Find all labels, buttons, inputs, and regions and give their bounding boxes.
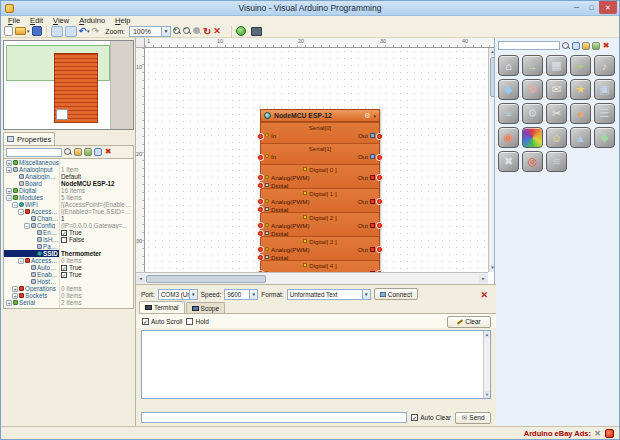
property-row-analoginput[interactable]: AnalogInput...Default [4,173,133,180]
value-checkbox[interactable]: ✓ [61,272,67,278]
toolbox-component-icon-15[interactable]: ☰ [594,103,615,124]
port-combobox[interactable]: COM3 (Unava▼ [158,289,198,300]
input-pin-dot[interactable] [258,247,263,252]
toolbox-component-icon-16[interactable]: ◉ [498,127,519,148]
open-dropdown-icon[interactable]: ▾ [27,28,30,34]
compile-build-icon[interactable] [236,26,246,36]
output-pin-dot[interactable] [377,199,382,204]
property-row-ssid[interactable]: SSIDThermometer [4,250,133,257]
component-collapse-icon[interactable]: ▾ [373,113,376,119]
properties-view-grid-icon[interactable] [94,148,102,156]
value-checkbox[interactable]: ✓ [61,265,67,271]
format-combobox[interactable]: Unformatted Text▼ [287,289,371,300]
toolbox-component-icon-3[interactable]: ▦ [546,55,567,76]
tree-expander-icon[interactable]: + [6,188,12,194]
canvas-horizontal-scrollbar[interactable]: ◄ ► [136,272,488,284]
toolbox-component-icon-21[interactable]: ✖ [498,151,519,172]
property-row-accesspoint[interactable]: −AccessPoint[(Enabled=True,SSID=Th... [4,208,133,215]
property-row-password[interactable]: Password [4,243,133,250]
property-row-analoginput[interactable]: +AnalogInput1 Item [4,166,133,173]
tree-expander-icon[interactable]: + [12,286,18,292]
redo-icon[interactable]: ↷ [92,26,100,36]
refresh-icon[interactable]: ↻ [203,26,211,37]
toolbox-component-icon-17[interactable] [522,127,543,148]
toolbox-filter-icon[interactable] [572,42,580,50]
delete-icon[interactable]: ✕ [213,26,221,36]
toggle-left-panel-icon[interactable] [51,26,63,37]
menu-arduino[interactable]: Arduino [75,16,109,25]
toolbox-component-icon-19[interactable]: ▲ [570,127,591,148]
scroll-left-icon[interactable]: ◄ [136,274,145,283]
output-pin-dot[interactable] [377,134,382,139]
component-settings-icon[interactable]: ⚙ [364,112,370,120]
properties-category-icon[interactable] [74,148,82,156]
toolbox-component-icon-4[interactable]: + [570,55,591,76]
toolbox-component-icon-22[interactable]: ◎ [522,151,543,172]
tab-properties[interactable]: Properties [3,132,55,145]
undo-dropdown-icon[interactable]: ▾ [87,28,90,34]
tree-expander-icon[interactable]: − [18,209,24,215]
toolbox-component-icon-23[interactable]: ≋ [546,151,567,172]
output-pin-dot[interactable] [377,223,382,228]
menu-file[interactable]: File [4,16,24,25]
toolbox-category-icon[interactable] [582,42,590,50]
hold-checkbox[interactable]: Hold [186,318,208,325]
property-row-digital[interactable]: +Digital16 Items [4,187,133,194]
zoom-dropdown-icon[interactable]: ▼ [161,27,170,36]
design-preview-map[interactable] [3,40,134,130]
speed-combobox[interactable]: 9600▼ [224,289,258,300]
open-project-icon[interactable] [15,27,26,35]
toolbox-component-icon-13[interactable]: ✂ [546,103,567,124]
input-pin-dot[interactable] [258,199,263,204]
property-row-miscellaneous[interactable]: +Miscellaneous [4,159,133,166]
undo-icon[interactable]: ↶ [79,26,87,36]
clear-button[interactable]: Clear [447,316,491,328]
property-row-ishidden[interactable]: IsHiddenFalse [4,236,133,243]
toolbox-search-icon[interactable] [562,42,570,50]
toolbox-component-icon-20[interactable]: ◆ [594,127,615,148]
upload-board-icon[interactable] [251,27,262,36]
properties-search-icon[interactable] [64,148,72,156]
component-nodemcu-esp12[interactable]: NodeMCU ESP-12 ⚙ ▾ Serial[0]InOutSerial[… [260,109,380,272]
property-row-modules[interactable]: −Modules5 Items [4,194,133,201]
toolbox-component-icon-2[interactable]: → [522,55,543,76]
toolbox-search-input[interactable] [498,41,560,50]
horizontal-scroll-thumb[interactable] [146,275,266,283]
component-title-bar[interactable]: NodeMCU ESP-12 ⚙ ▾ [261,110,379,122]
title-bar[interactable]: Visuino - Visual Arduino Programming ─ □… [1,1,619,16]
input-pin-dot[interactable] [258,155,263,160]
ads-logo-icon[interactable] [605,429,614,438]
toolbox-component-icon-5[interactable]: ♪ [594,55,615,76]
input-pin-dot[interactable] [258,175,263,180]
menu-view[interactable]: View [49,16,73,25]
close-button[interactable]: ✕ [599,1,617,14]
tab-terminal[interactable]: Terminal [139,301,185,313]
ads-close-icon[interactable]: ✕ [594,429,601,438]
property-row-board[interactable]: BoardNodeMCU ESP-12 [4,180,133,187]
properties-expand-icon[interactable] [84,148,92,156]
terminal-output[interactable]: ▲ ▼ [141,330,491,399]
toolbox-collapse-icon[interactable] [592,42,600,50]
menu-edit[interactable]: Edit [26,16,47,25]
input-pin-dot[interactable] [258,223,263,228]
input-pin-dot[interactable] [258,134,263,139]
auto-scroll-checkbox[interactable]: ✓Auto Scroll [142,318,182,325]
property-row-chann[interactable]: Chann...1 [4,215,133,222]
connect-button[interactable]: Connect [374,288,418,300]
tree-expander-icon[interactable]: − [6,195,12,201]
disconnect-icon[interactable]: ✕ [480,290,488,300]
output-pin-dot[interactable] [377,175,382,180]
canvas-content[interactable]: NodeMCU ESP-12 ⚙ ▾ Serial[0]InOutSerial[… [145,48,488,272]
save-project-icon[interactable] [32,26,42,36]
maximize-button[interactable]: □ [584,1,599,14]
property-row-accesspoints[interactable]: −AccessPoints0 Items [4,257,133,264]
property-row-wifi[interactable]: −WiFi[(AccessPoint=(Enabled=Tr... [4,201,133,208]
toolbox-component-icon-6[interactable]: ◆ [498,79,519,100]
scroll-right-icon[interactable]: ► [479,274,488,283]
property-row-hostname[interactable]: HostName [4,278,133,285]
tree-expander-icon[interactable]: − [18,258,24,264]
tab-scope[interactable]: Scope [186,302,225,313]
property-row-enabled[interactable]: Enabled✓True [4,229,133,236]
zoom-combobox[interactable]: 100%▼ [129,26,171,37]
property-row-autoreco[interactable]: AutoReco...✓True [4,264,133,271]
